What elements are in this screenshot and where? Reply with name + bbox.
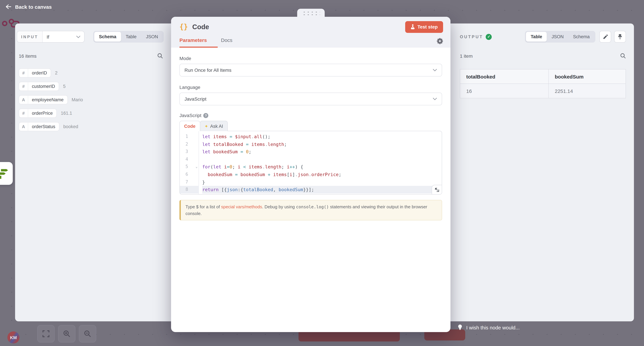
code-token: :{ — [238, 187, 243, 192]
tab-parameters[interactable]: Parameters — [180, 37, 207, 48]
editor-gutter: 12345⌄678 — [180, 131, 199, 194]
line-number[interactable]: 5⌄ — [180, 163, 198, 171]
code-token: ( — [210, 164, 213, 170]
schema-row[interactable]: #orderPrice 161.1 — [19, 109, 171, 118]
if-node-icon — [0, 168, 10, 179]
code-token: let — [202, 149, 210, 154]
mode-select[interactable]: Run Once for All Items — [180, 64, 442, 76]
code-line[interactable] — [202, 156, 442, 163]
input-node-select[interactable]: If — [42, 34, 76, 40]
code-token: ; — [249, 149, 252, 154]
code-line[interactable]: for(let i=0; i < items.length; i++) { — [202, 163, 442, 171]
input-schema-list: #orderID 2 #customerID 5 AemployeeName M… — [17, 68, 171, 131]
editor-code[interactable]: let items = $input.all();let totalBooked… — [199, 131, 442, 194]
input-node-chip[interactable] — [0, 162, 13, 185]
success-check-icon: ✓ — [486, 34, 492, 40]
back-to-canvas-label: Back to canvas — [15, 4, 52, 10]
table-row[interactable]: 16 2251.14 — [460, 84, 626, 98]
schema-row[interactable]: AemployeeName Mario — [19, 95, 171, 104]
editor-field-label: JavaScript — [180, 113, 202, 118]
node-feedback-button[interactable]: I wish this node would... — [458, 324, 520, 331]
code-token: . — [252, 134, 254, 139]
field-name: employeeName — [28, 96, 67, 104]
editor-tab-ask-ai[interactable]: ✦ Ask AI — [200, 121, 228, 131]
line-number[interactable]: 4 — [180, 156, 198, 163]
code-token — [270, 172, 273, 177]
test-step-button[interactable]: Test step — [405, 21, 443, 33]
output-column-header[interactable]: bookedSum — [548, 69, 626, 84]
hint-text: . Debug by using — [262, 204, 296, 209]
output-tab-table[interactable]: Table — [526, 32, 547, 42]
help-icon[interactable]: ? — [204, 113, 208, 118]
search-icon[interactable] — [620, 53, 626, 59]
output-tab-schema[interactable]: Schema — [568, 32, 594, 42]
expand-icon — [434, 187, 439, 192]
code-editor[interactable]: 12345⌄678 let items = $input.all();let t… — [180, 131, 442, 194]
input-view-tabs: Schema Table JSON — [93, 31, 164, 42]
field-name: orderPrice — [28, 109, 56, 118]
language-value: JavaScript — [184, 96, 206, 102]
line-number[interactable]: 8 — [180, 186, 199, 194]
language-select[interactable]: JavaScript — [180, 92, 442, 105]
output-column-header[interactable]: totalBooked — [460, 69, 548, 84]
zoom-to-fit-button[interactable] — [37, 325, 55, 342]
test-step-label: Test step — [418, 24, 438, 30]
code-token: ) — [295, 164, 298, 170]
mode-label: Mode — [180, 56, 442, 61]
line-number[interactable]: 1 — [180, 133, 198, 140]
code-token: 0 — [246, 149, 248, 154]
expand-editor-button[interactable] — [432, 185, 442, 194]
code-line[interactable]: bookedSum = bookedSum + items[i].json.or… — [202, 171, 442, 178]
field-value: booked — [64, 124, 78, 129]
line-number[interactable]: 6 — [180, 171, 198, 178]
line-number[interactable]: 3 — [180, 148, 198, 156]
arrow-left-icon — [5, 4, 12, 10]
code-line[interactable]: let bookedSum = 0; — [202, 148, 442, 156]
avatar[interactable]: KM — [8, 332, 20, 344]
search-icon[interactable] — [157, 53, 163, 59]
code-token: items — [249, 164, 262, 170]
pin-data-button[interactable] — [614, 31, 626, 42]
zoom-in-button[interactable] — [58, 325, 76, 342]
code-token: $input — [235, 134, 252, 139]
input-label: INPUT — [17, 31, 42, 42]
fold-arrow-icon[interactable]: ⌄ — [196, 163, 198, 171]
output-tab-json[interactable]: JSON — [547, 32, 568, 42]
back-to-canvas-link[interactable]: Back to canvas — [5, 4, 52, 10]
edit-output-button[interactable] — [600, 31, 611, 42]
code-line[interactable]: return [{json:{totalBooked, bookedSum}}]… — [202, 186, 442, 194]
code-token: i — [287, 164, 290, 170]
code-token: . — [295, 172, 298, 177]
code-token: let — [213, 164, 221, 170]
code-token: length — [268, 142, 284, 147]
code-line[interactable]: let totalBooked = items.length; — [202, 140, 442, 148]
tab-docs[interactable]: Docs — [221, 37, 232, 48]
code-token — [238, 172, 240, 177]
string-type-icon: A — [19, 96, 28, 104]
code-token — [243, 149, 246, 154]
line-number[interactable]: 2 — [180, 140, 198, 148]
schema-row[interactable]: #customerID 5 — [19, 82, 171, 91]
code-token: = — [227, 164, 230, 170]
code-token: items — [213, 134, 227, 139]
input-tab-table[interactable]: Table — [121, 32, 142, 42]
node-title[interactable]: Code — [192, 23, 209, 31]
node-settings-gear-button[interactable] — [437, 38, 443, 48]
code-token: bookedSum — [213, 149, 238, 154]
input-tab-json[interactable]: JSON — [141, 32, 163, 42]
code-line[interactable]: let items = $input.all(); — [202, 133, 442, 140]
lightbulb-icon — [458, 324, 462, 331]
editor-tab-code[interactable]: Code — [180, 121, 200, 131]
drag-handle[interactable] — [297, 9, 324, 17]
line-number[interactable]: 7 — [180, 178, 198, 186]
code-token: = — [230, 134, 232, 139]
input-node-selector[interactable]: INPUT If — [17, 31, 84, 42]
drag-dots-icon — [302, 10, 320, 15]
schema-row[interactable]: #orderID 2 — [19, 68, 171, 78]
input-tab-schema[interactable]: Schema — [94, 32, 121, 42]
schema-row[interactable]: AorderStatus booked — [19, 122, 171, 131]
special-vars-link[interactable]: special vars/methods — [221, 204, 262, 209]
code-token — [227, 134, 230, 139]
zoom-out-button[interactable] — [79, 325, 96, 342]
code-line[interactable]: } — [202, 178, 442, 186]
